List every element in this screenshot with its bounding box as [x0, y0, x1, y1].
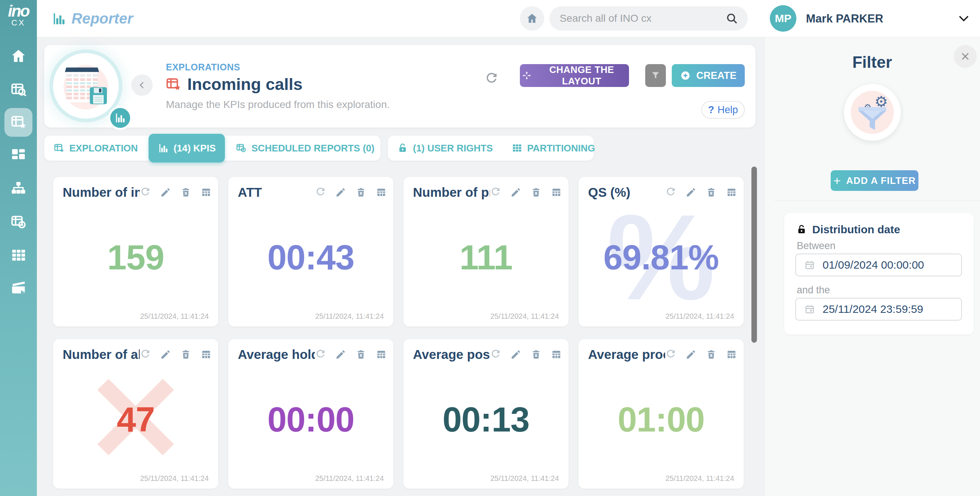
kpi-refresh-button[interactable] [315, 349, 326, 360]
kpi-refresh-button[interactable] [315, 187, 326, 198]
kpi-delete-button[interactable] [706, 349, 717, 360]
table-icon [376, 187, 387, 198]
create-label: CREATE [696, 70, 736, 81]
kpi-table-button[interactable] [200, 349, 212, 360]
kpi-edit-button[interactable] [335, 349, 346, 360]
kpi-delete-button[interactable] [355, 349, 366, 360]
kpi-badge [108, 106, 132, 130]
tab-partitioning[interactable]: PARTITIONING [502, 136, 604, 161]
kpi-edit-button[interactable] [510, 187, 521, 198]
question-mark-icon: ? [708, 104, 714, 116]
exploration-tabs: EXPLORATION (14) KPIS SCHEDULED REPORTS … [44, 136, 380, 161]
pencil-icon [160, 187, 171, 198]
kpi-delete-button[interactable] [180, 349, 191, 360]
kpi-edit-button[interactable] [160, 187, 171, 198]
kpi-table-button[interactable] [376, 349, 387, 360]
tab-user-rights[interactable]: (1) USER RIGHTS [388, 136, 502, 161]
plus-circle-icon [680, 70, 691, 81]
refresh-icon [315, 349, 326, 360]
change-layout-label: CHANGE THE LAYOUT [536, 64, 627, 87]
kpi-card: ATT [228, 177, 393, 326]
help-label: Help [718, 104, 738, 116]
kpi-table-button[interactable] [551, 349, 562, 360]
kpi-title: QS (%) [588, 185, 630, 200]
kpi-edit-button[interactable] [686, 187, 697, 198]
kpi-table-button[interactable] [551, 187, 562, 198]
calendar-icon [804, 259, 815, 270]
search-icon[interactable] [725, 12, 738, 25]
kpi-table-button[interactable] [200, 187, 212, 198]
filter-panel-title: Filter [764, 53, 980, 72]
kpi-delete-button[interactable] [706, 187, 717, 198]
kpi-timestamp: 25/11/2024, 11:41:24 [140, 312, 209, 321]
filter-toggle-button[interactable] [645, 64, 666, 87]
kpi-delete-button[interactable] [355, 187, 366, 198]
home-icon [10, 48, 27, 65]
kpi-edit-button[interactable] [335, 187, 346, 198]
kpi-card: Average post- [403, 339, 568, 489]
sidebar-item-media[interactable] [5, 273, 32, 302]
create-button[interactable]: CREATE [672, 64, 745, 87]
kpi-refresh-button[interactable] [140, 187, 151, 198]
vertical-scrollbar[interactable] [751, 167, 757, 343]
filter-panel: Filter ⚙ ⚙ + ADD A FILTER Distribution d… [764, 37, 980, 496]
back-button[interactable] [131, 75, 153, 96]
table-clock-icon [235, 143, 247, 154]
page-subtitle: Manage the KPIs produced from this explo… [166, 99, 390, 111]
kpi-refresh-button[interactable] [490, 349, 501, 360]
kpi-value: 159 [53, 240, 218, 275]
kpi-value: 69.81% [579, 240, 744, 275]
kpi-edit-button[interactable] [510, 349, 521, 360]
kpi-table-button[interactable] [726, 187, 737, 198]
sidebar-item-scheduled-reports[interactable] [5, 208, 32, 237]
search-bar[interactable] [549, 6, 748, 30]
sidebar-item-tables[interactable] [5, 241, 32, 270]
kpi-delete-button[interactable] [531, 187, 542, 198]
sidebar-item-home[interactable] [5, 41, 32, 70]
table-icon [726, 349, 737, 360]
user-name: Mark PARKER [806, 12, 883, 25]
pencil-icon [335, 349, 346, 360]
add-filter-button[interactable]: + ADD A FILTER [830, 170, 918, 191]
date-to-input[interactable]: 25/11/2024 23:59:59 [795, 298, 962, 321]
chevron-down-icon[interactable] [959, 16, 969, 21]
sidebar-item-dashboards[interactable] [5, 140, 32, 169]
kpi-edit-button[interactable] [686, 349, 697, 360]
kpi-table-button[interactable] [726, 349, 737, 360]
date-from-input[interactable]: 01/09/2024 00:00:00 [795, 254, 962, 277]
pencil-icon [686, 349, 697, 360]
tab-exploration[interactable]: EXPLORATION [44, 136, 147, 161]
breadcrumb[interactable]: EXPLORATIONS [166, 62, 240, 73]
sidebar-item-explorations[interactable] [5, 108, 32, 137]
search-input[interactable] [559, 12, 725, 25]
kpi-table-button[interactable] [376, 187, 387, 198]
help-button[interactable]: ? Help [701, 101, 745, 119]
kpi-refresh-button[interactable] [490, 187, 501, 198]
kpi-edit-button[interactable] [160, 349, 171, 360]
kpi-refresh-button[interactable] [665, 187, 676, 198]
home-button[interactable] [520, 6, 544, 30]
app-logo[interactable]: ino CX [0, 3, 37, 27]
kpi-refresh-button[interactable] [665, 349, 676, 360]
tab-scheduled-reports[interactable]: SCHEDULED REPORTS (0) [226, 136, 384, 161]
panel-divider [775, 200, 980, 201]
refresh-exploration-button[interactable] [482, 72, 501, 87]
tab-kpis[interactable]: (14) KPIS [149, 134, 225, 162]
trash-icon [531, 349, 542, 360]
home-icon [526, 12, 538, 25]
kpi-delete-button[interactable] [180, 187, 191, 198]
sidebar-item-hierarchy[interactable] [5, 174, 32, 203]
kpi-delete-button[interactable] [531, 349, 542, 360]
main-content: EXPLORATIONS Incoming calls Manage the K… [37, 37, 764, 496]
table-star-icon [165, 76, 181, 92]
table-icon [200, 349, 212, 360]
table-icon [200, 187, 212, 198]
change-layout-button[interactable]: CHANGE THE LAYOUT [520, 64, 629, 87]
avatar[interactable]: MP [770, 5, 796, 32]
refresh-icon [490, 349, 501, 360]
pencil-icon [686, 187, 697, 198]
kpi-refresh-button[interactable] [140, 349, 151, 360]
exploration-header-card: EXPLORATIONS Incoming calls Manage the K… [44, 45, 756, 127]
sidebar-item-search-explorations[interactable] [5, 76, 32, 104]
trash-icon [180, 349, 191, 360]
